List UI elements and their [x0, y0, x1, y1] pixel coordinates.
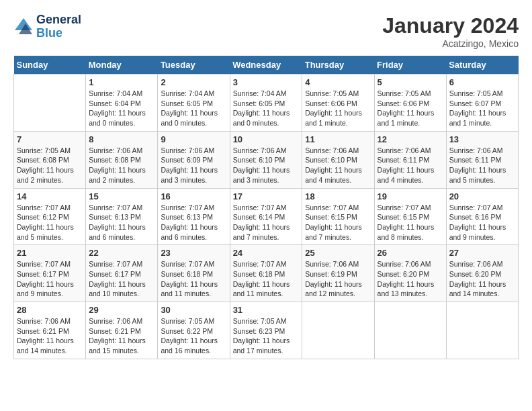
day-number: 22	[89, 248, 154, 258]
day-number: 27	[449, 248, 515, 258]
day-number: 2	[161, 77, 226, 87]
calendar-cell: 11Sunrise: 7:06 AM Sunset: 6:10 PM Dayli…	[302, 131, 374, 188]
day-info: Sunrise: 7:06 AM Sunset: 6:08 PM Dayligh…	[89, 146, 154, 185]
day-info: Sunrise: 7:07 AM Sunset: 6:18 PM Dayligh…	[233, 259, 300, 299]
calendar-cell: 1Sunrise: 7:04 AM Sunset: 6:04 PM Daylig…	[86, 75, 158, 132]
calendar-cell: 7Sunrise: 7:05 AM Sunset: 6:08 PM Daylig…	[14, 131, 86, 188]
day-info: Sunrise: 7:06 AM Sunset: 6:21 PM Dayligh…	[89, 316, 154, 356]
calendar-cell: 30Sunrise: 7:05 AM Sunset: 6:22 PM Dayli…	[158, 302, 230, 359]
day-info: Sunrise: 7:07 AM Sunset: 6:17 PM Dayligh…	[89, 259, 154, 299]
header-friday: Friday	[374, 56, 446, 75]
day-number: 6	[449, 77, 515, 87]
day-info: Sunrise: 7:06 AM Sunset: 6:10 PM Dayligh…	[305, 146, 371, 185]
day-number: 28	[17, 305, 83, 315]
calendar-cell: 15Sunrise: 7:07 AM Sunset: 6:13 PM Dayli…	[86, 188, 158, 245]
day-info: Sunrise: 7:04 AM Sunset: 6:04 PM Dayligh…	[89, 89, 154, 128]
calendar-cell: 26Sunrise: 7:06 AM Sunset: 6:20 PM Dayli…	[374, 245, 446, 302]
day-number: 9	[161, 134, 226, 144]
day-number: 19	[378, 191, 443, 201]
calendar-cell: 27Sunrise: 7:06 AM Sunset: 6:20 PM Dayli…	[446, 245, 518, 302]
calendar-cell: 18Sunrise: 7:07 AM Sunset: 6:15 PM Dayli…	[302, 188, 374, 245]
day-info: Sunrise: 7:06 AM Sunset: 6:11 PM Dayligh…	[378, 146, 443, 185]
day-info: Sunrise: 7:04 AM Sunset: 6:05 PM Dayligh…	[161, 89, 226, 128]
calendar-cell: 10Sunrise: 7:06 AM Sunset: 6:10 PM Dayli…	[230, 131, 302, 188]
day-number: 3	[233, 77, 300, 87]
day-info: Sunrise: 7:05 AM Sunset: 6:23 PM Dayligh…	[233, 316, 300, 356]
title-block: January 2024 Acatzingo, Mexico	[382, 13, 519, 49]
day-info: Sunrise: 7:05 AM Sunset: 6:22 PM Dayligh…	[161, 316, 226, 356]
day-number: 1	[89, 77, 154, 87]
day-number: 17	[233, 191, 300, 201]
day-info: Sunrise: 7:07 AM Sunset: 6:16 PM Dayligh…	[449, 203, 515, 242]
calendar-cell: 29Sunrise: 7:06 AM Sunset: 6:21 PM Dayli…	[86, 302, 158, 359]
calendar-cell: 17Sunrise: 7:07 AM Sunset: 6:14 PM Dayli…	[230, 188, 302, 245]
calendar-cell: 2Sunrise: 7:04 AM Sunset: 6:05 PM Daylig…	[158, 75, 230, 132]
day-info: Sunrise: 7:06 AM Sunset: 6:10 PM Dayligh…	[233, 146, 300, 185]
day-number: 8	[89, 134, 154, 144]
day-number: 20	[449, 191, 515, 201]
week-row-4: 21Sunrise: 7:07 AM Sunset: 6:17 PM Dayli…	[14, 245, 519, 302]
week-row-1: 1Sunrise: 7:04 AM Sunset: 6:04 PM Daylig…	[14, 75, 519, 132]
header-saturday: Saturday	[446, 56, 518, 75]
calendar-header: SundayMondayTuesdayWednesdayThursdayFrid…	[14, 56, 519, 75]
day-info: Sunrise: 7:06 AM Sunset: 6:09 PM Dayligh…	[161, 146, 226, 185]
logo: General Blue	[13, 13, 81, 40]
day-info: Sunrise: 7:06 AM Sunset: 6:11 PM Dayligh…	[449, 146, 515, 185]
day-number: 13	[449, 134, 515, 144]
day-info: Sunrise: 7:05 AM Sunset: 6:06 PM Dayligh…	[378, 89, 443, 128]
calendar-cell: 13Sunrise: 7:06 AM Sunset: 6:11 PM Dayli…	[446, 131, 518, 188]
header-sunday: Sunday	[14, 56, 86, 75]
header-thursday: Thursday	[302, 56, 374, 75]
day-info: Sunrise: 7:06 AM Sunset: 6:21 PM Dayligh…	[17, 316, 83, 356]
day-info: Sunrise: 7:06 AM Sunset: 6:20 PM Dayligh…	[449, 259, 515, 299]
day-info: Sunrise: 7:05 AM Sunset: 6:08 PM Dayligh…	[17, 146, 83, 185]
day-number: 14	[17, 191, 83, 201]
day-number: 18	[305, 191, 371, 201]
calendar-table: SundayMondayTuesdayWednesdayThursdayFrid…	[13, 56, 519, 359]
day-info: Sunrise: 7:06 AM Sunset: 6:20 PM Dayligh…	[378, 259, 443, 299]
day-number: 11	[305, 134, 371, 144]
day-info: Sunrise: 7:07 AM Sunset: 6:13 PM Dayligh…	[161, 203, 226, 242]
day-number: 7	[17, 134, 83, 144]
calendar-cell: 31Sunrise: 7:05 AM Sunset: 6:23 PM Dayli…	[230, 302, 302, 359]
day-info: Sunrise: 7:07 AM Sunset: 6:17 PM Dayligh…	[17, 259, 83, 299]
calendar-body: 1Sunrise: 7:04 AM Sunset: 6:04 PM Daylig…	[14, 75, 519, 359]
calendar-cell: 4Sunrise: 7:05 AM Sunset: 6:06 PM Daylig…	[302, 75, 374, 132]
day-info: Sunrise: 7:05 AM Sunset: 6:07 PM Dayligh…	[449, 89, 515, 128]
calendar-cell: 5Sunrise: 7:05 AM Sunset: 6:06 PM Daylig…	[374, 75, 446, 132]
month-title: January 2024	[382, 13, 519, 38]
calendar-cell: 23Sunrise: 7:07 AM Sunset: 6:18 PM Dayli…	[158, 245, 230, 302]
day-info: Sunrise: 7:06 AM Sunset: 6:19 PM Dayligh…	[305, 259, 371, 299]
day-number: 4	[305, 77, 371, 87]
day-info: Sunrise: 7:07 AM Sunset: 6:18 PM Dayligh…	[161, 259, 226, 299]
day-number: 23	[161, 248, 226, 258]
calendar-cell: 20Sunrise: 7:07 AM Sunset: 6:16 PM Dayli…	[446, 188, 518, 245]
header-monday: Monday	[86, 56, 158, 75]
day-info: Sunrise: 7:07 AM Sunset: 6:13 PM Dayligh…	[89, 203, 154, 242]
calendar-cell	[302, 302, 374, 359]
calendar-cell: 9Sunrise: 7:06 AM Sunset: 6:09 PM Daylig…	[158, 131, 230, 188]
day-info: Sunrise: 7:05 AM Sunset: 6:06 PM Dayligh…	[305, 89, 371, 128]
day-number: 26	[378, 248, 443, 258]
calendar-cell: 16Sunrise: 7:07 AM Sunset: 6:13 PM Dayli…	[158, 188, 230, 245]
page-header: General Blue January 2024 Acatzingo, Mex…	[13, 13, 519, 49]
day-info: Sunrise: 7:07 AM Sunset: 6:15 PM Dayligh…	[305, 203, 371, 242]
day-number: 16	[161, 191, 226, 201]
logo-icon	[13, 17, 34, 37]
day-info: Sunrise: 7:07 AM Sunset: 6:12 PM Dayligh…	[17, 203, 83, 242]
logo-text: General Blue	[36, 13, 81, 40]
calendar-cell: 3Sunrise: 7:04 AM Sunset: 6:05 PM Daylig…	[230, 75, 302, 132]
calendar-cell: 19Sunrise: 7:07 AM Sunset: 6:15 PM Dayli…	[374, 188, 446, 245]
day-number: 12	[378, 134, 443, 144]
calendar-cell: 6Sunrise: 7:05 AM Sunset: 6:07 PM Daylig…	[446, 75, 518, 132]
calendar-cell: 22Sunrise: 7:07 AM Sunset: 6:17 PM Dayli…	[86, 245, 158, 302]
header-wednesday: Wednesday	[230, 56, 302, 75]
calendar-cell: 14Sunrise: 7:07 AM Sunset: 6:12 PM Dayli…	[14, 188, 86, 245]
calendar-cell	[14, 75, 86, 132]
calendar-cell: 21Sunrise: 7:07 AM Sunset: 6:17 PM Dayli…	[14, 245, 86, 302]
day-info: Sunrise: 7:07 AM Sunset: 6:14 PM Dayligh…	[233, 203, 300, 242]
day-number: 15	[89, 191, 154, 201]
calendar-cell: 12Sunrise: 7:06 AM Sunset: 6:11 PM Dayli…	[374, 131, 446, 188]
day-number: 24	[233, 248, 300, 258]
calendar-cell: 24Sunrise: 7:07 AM Sunset: 6:18 PM Dayli…	[230, 245, 302, 302]
